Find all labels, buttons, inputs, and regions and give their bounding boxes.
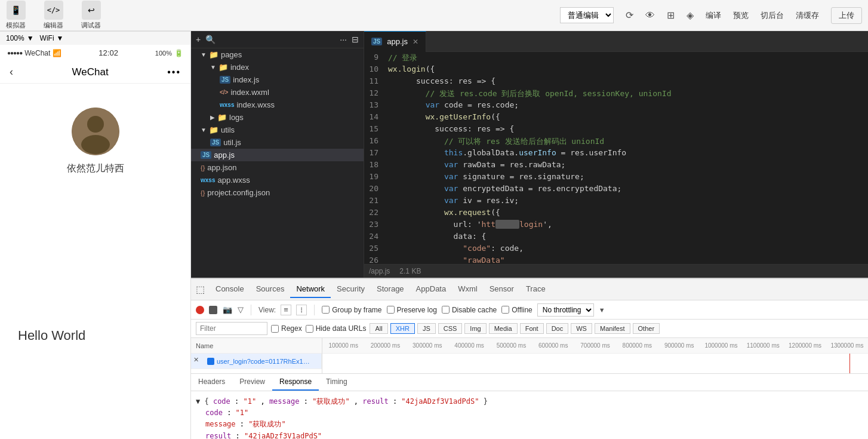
devtools-tab-sources[interactable]: Sources	[250, 281, 291, 298]
tree-folder-utils[interactable]: ▼ 📁 utils	[191, 124, 364, 136]
zoom-control[interactable]: 100% ▼	[6, 34, 34, 42]
record-button[interactable]	[196, 306, 204, 314]
devtools-tab-sensor[interactable]: Sensor	[484, 281, 520, 298]
tree-folder-index[interactable]: ▼ 📁 index	[191, 61, 364, 73]
tree-label-util-js: util.js	[223, 138, 241, 147]
filter-css[interactable]: CSS	[438, 323, 463, 334]
preview-btn[interactable]: 预览	[733, 10, 749, 21]
devtools-tab-security[interactable]: Security	[331, 281, 371, 298]
wifi-icon: 📶	[53, 49, 61, 57]
code-content[interactable]: 9 // 登录 10 wx.login({ 11 success: res =>…	[364, 52, 868, 264]
tree-file-project-config[interactable]: {} project.config.json	[191, 186, 364, 199]
filter-xhr[interactable]: XHR	[390, 323, 415, 334]
details-content[interactable]: ▼ { code : "1" , message : "获取成功" , resu…	[191, 391, 868, 439]
js-badge-util: JS	[210, 139, 221, 146]
disable-cache-checkbox[interactable]: Disable cache	[442, 306, 497, 314]
inspect-icon[interactable]: ⬚	[196, 284, 205, 295]
search-file-icon[interactable]: 🔍	[205, 35, 216, 44]
tree-file-app-js[interactable]: JS app.js	[191, 149, 364, 161]
back-icon[interactable]: ‹	[10, 66, 13, 78]
toolbar-editor[interactable]: </> 编辑器	[44, 1, 63, 30]
devtools-tab-console[interactable]: Console	[210, 281, 250, 298]
code-line-23: 23 url: 'httlogin',	[364, 219, 868, 231]
toolbar-debugger[interactable]: ↩ 调试器	[81, 1, 101, 30]
tree-file-app-json[interactable]: {} app.json	[191, 161, 364, 174]
compile-btn[interactable]: 编译	[706, 10, 721, 21]
add-file-icon[interactable]: +	[196, 35, 201, 44]
filter-media[interactable]: Media	[489, 323, 518, 334]
tree-folder-pages[interactable]: ▼ 📁 pages	[191, 48, 364, 61]
list-view-icon[interactable]: ≡	[281, 305, 291, 315]
toolbar-simulator[interactable]: 📱 模拟器	[6, 1, 26, 30]
details-tab-timing[interactable]: Timing	[319, 374, 355, 391]
devtools-tab-trace[interactable]: Trace	[520, 281, 552, 298]
filter-ws[interactable]: WS	[571, 323, 592, 334]
timeline-indicator	[849, 354, 850, 373]
details-tab-response[interactable]: Response	[272, 374, 319, 391]
menu-icon[interactable]: •••	[167, 67, 181, 78]
folder-icon-logs: 📁	[217, 113, 227, 122]
hide-data-urls-checkbox[interactable]: Hide data URLs	[306, 324, 367, 333]
tree-file-index-wxss[interactable]: wxss index.wxss	[191, 99, 364, 111]
tree-folder-logs[interactable]: ▶ 📁 logs	[191, 111, 364, 124]
timeline-labels-row: 100000 ms 200000 ms 300000 ms 400000 ms …	[322, 338, 868, 354]
request-name[interactable]: user_login?code=0117RhEx1Ti...	[202, 354, 322, 369]
preserve-log-checkbox[interactable]: Preserve log	[387, 306, 437, 314]
editor-tab-app-js[interactable]: JS app.js ✕	[364, 31, 426, 52]
filter-icon[interactable]: ▽	[238, 305, 244, 314]
debugger-label: 调试器	[81, 21, 101, 30]
group-by-frame-checkbox[interactable]: Group by frame	[322, 306, 381, 314]
zoom-dropdown-icon[interactable]: ▼	[27, 34, 34, 42]
clear-cache-btn[interactable]: 清缓存	[796, 10, 819, 21]
devtools-tab-network[interactable]: Network	[290, 281, 331, 298]
split-editor-icon[interactable]: ⊟	[352, 35, 359, 44]
throttling-select[interactable]: No throttling Slow 3G Fast 3G	[537, 303, 594, 317]
code-line-17: 17 this.globalData.userInfo = res.userIn…	[364, 148, 868, 159]
filter-font[interactable]: Font	[520, 323, 544, 334]
camera-button[interactable]: 📷	[222, 305, 233, 315]
tree-file-util-js[interactable]: JS util.js	[191, 136, 364, 149]
throttling-dropdown-icon[interactable]: ▼	[599, 306, 605, 314]
cut-backend-btn[interactable]: 切后台	[761, 10, 784, 21]
network-row[interactable]: ✕ user_login?code=0117RhEx1Ti...	[191, 354, 322, 369]
filter-manifest[interactable]: Manifest	[595, 323, 630, 334]
filter-other[interactable]: Other	[633, 323, 660, 334]
waterfall-view-icon[interactable]: ⫶	[296, 305, 307, 315]
clear-cache-icon[interactable]: ◈	[687, 10, 694, 21]
tab-close-icon[interactable]: ✕	[413, 38, 418, 46]
tree-file-index-js[interactable]: JS index.js	[191, 73, 364, 86]
details-tab-preview[interactable]: Preview	[232, 374, 272, 391]
signal-bars: ●●●●●	[7, 50, 22, 56]
details-tab-headers[interactable]: Headers	[191, 374, 232, 391]
devtools-panel: ⬚ Console Sources Network Security Stora…	[191, 278, 868, 439]
mode-select[interactable]: 普通编辑 代码编辑	[560, 7, 614, 23]
more-icon[interactable]: ···	[340, 35, 347, 44]
network-control[interactable]: WiFi ▼	[40, 34, 64, 42]
filter-all[interactable]: All	[370, 323, 387, 334]
filter-input[interactable]	[196, 322, 267, 335]
devtools-tab-storage[interactable]: Storage	[371, 281, 410, 298]
refresh-icon[interactable]: ⟳	[626, 10, 633, 21]
offline-checkbox[interactable]: Offline	[501, 306, 532, 314]
regex-checkbox[interactable]: Regex	[271, 324, 302, 333]
tree-file-app-wxss[interactable]: wxss app.wxss	[191, 174, 364, 186]
filter-doc[interactable]: Doc	[546, 323, 569, 334]
row-close-icon[interactable]: ✕	[191, 354, 202, 369]
timeline-area: 100000 ms 200000 ms 300000 ms 400000 ms …	[322, 338, 868, 373]
tab-js-badge: JS	[371, 38, 382, 45]
filter-img[interactable]: Img	[464, 323, 486, 334]
filter-js[interactable]: JS	[417, 323, 436, 334]
upload-btn[interactable]: 上传	[831, 7, 862, 24]
stop-record-button[interactable]	[209, 306, 217, 314]
devtools-tab-wxml[interactable]: Wxml	[452, 281, 484, 298]
network-dropdown-icon[interactable]: ▼	[57, 34, 64, 42]
eye-icon[interactable]: 👁	[645, 10, 655, 21]
battery-pct: 100%	[155, 50, 172, 57]
cut-backend-icon[interactable]: ⊞	[667, 10, 675, 21]
tree-label-app-wxss: app.wxss	[217, 176, 250, 185]
devtools-tab-appdata[interactable]: AppData	[410, 281, 453, 298]
tree-label-pages: pages	[221, 50, 242, 59]
tree-file-index-wxml[interactable]: </> index.wxml	[191, 86, 364, 99]
details-panel: Headers Preview Response Timing ▼ { code…	[191, 373, 868, 439]
chevron-down-icon-index: ▼	[210, 64, 216, 70]
